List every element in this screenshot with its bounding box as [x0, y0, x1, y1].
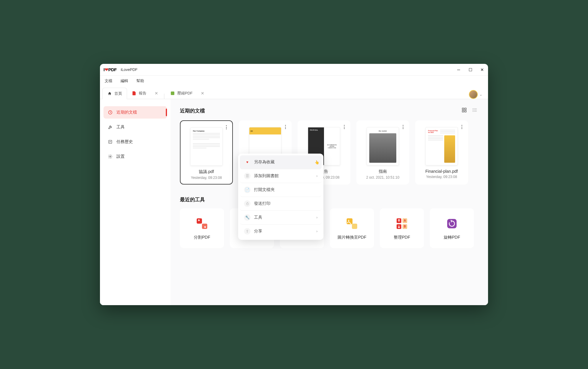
menu-help[interactable]: 幫助: [136, 78, 144, 84]
tool-split[interactable]: 分割PDF: [180, 208, 224, 248]
document-date: 2 oct. 2021, 10:51:10: [361, 175, 405, 179]
maximize-button[interactable]: ☐: [468, 67, 473, 72]
recent-documents: ⋮ Our Company 協議.pdf Yesterday, 09:23:08…: [180, 120, 479, 184]
tool-label: 圖片轉換至PDF: [338, 235, 366, 240]
document-name: 協議.pdf: [185, 169, 228, 174]
list-view-icon[interactable]: [471, 106, 479, 115]
printer-icon: ⎙: [244, 200, 250, 207]
svg-rect-28: [447, 219, 457, 228]
section-title: 最近的工具: [180, 196, 205, 203]
svg-rect-0: [171, 92, 174, 95]
more-icon[interactable]: ⋮: [401, 124, 405, 130]
menu-file[interactable]: 文檔: [105, 78, 112, 84]
section-header: 最近的工具: [180, 196, 479, 203]
svg-point-11: [473, 109, 473, 109]
context-library[interactable]: ☰ 添加到圖書館 ›: [240, 169, 322, 183]
tool-organize[interactable]: AB 整理PDF: [380, 208, 424, 248]
split-icon: [195, 217, 209, 231]
more-icon[interactable]: ⋮: [460, 124, 464, 130]
sidebar-item-history[interactable]: 任務歷史: [103, 136, 167, 148]
context-item-label: 添加到圖書館: [254, 173, 279, 179]
sidebar: 近期的文檔 工具 任務歷史 設置: [100, 99, 171, 305]
document-card[interactable]: ⋮ Our Company 協議.pdf Yesterday, 09:23:08: [180, 120, 233, 184]
context-favorite[interactable]: ♥ 另存為收藏 👆: [240, 155, 322, 169]
clock-icon: [108, 110, 113, 115]
context-item-label: 分享: [254, 229, 262, 234]
svg-rect-4: [462, 108, 464, 109]
minimize-button[interactable]: ─: [456, 67, 461, 72]
svg-rect-5: [465, 108, 466, 109]
sidebar-item-recent[interactable]: 近期的文檔: [103, 106, 167, 119]
menu-edit[interactable]: 編輯: [121, 78, 128, 84]
sidebar-item-label: 近期的文檔: [116, 110, 137, 115]
context-tools[interactable]: 🔧 工具 ›: [240, 211, 322, 225]
heart-icon: ♥: [244, 159, 250, 165]
menubar: 文檔 編輯 幫助: [100, 76, 488, 86]
tool-label: 分割PDF: [194, 235, 210, 240]
document-thumbnail: the reader: [367, 127, 399, 165]
sidebar-item-label: 工具: [116, 124, 125, 130]
section-title: 近期的文檔: [180, 107, 205, 114]
titlebar: I❤PDF iLovePDF ─ ☐ ✕: [100, 64, 488, 76]
document-card[interactable]: ⋮ the reader 指南 2 oct. 2021, 10:51:10: [356, 120, 409, 184]
tab-separator: [164, 94, 164, 99]
tab-compress[interactable]: 壓縮PDF ✕: [166, 88, 209, 99]
tab-home[interactable]: 首頁: [102, 88, 127, 99]
context-menu: ♥ 另存為收藏 👆 ☰ 添加到圖書館 › 📄 打開文檔夾 ⎙ 發送打印 🔧 工具…: [238, 154, 323, 240]
library-icon: ☰: [244, 173, 250, 179]
tool-label: 整理PDF: [394, 235, 410, 240]
more-icon[interactable]: ⋮: [224, 124, 229, 130]
tool-image-to-pdf[interactable]: 圖片轉換至PDF: [330, 208, 374, 248]
more-icon[interactable]: ⋮: [283, 124, 288, 130]
tab-label: 壓縮PDF: [177, 91, 193, 96]
svg-point-13: [473, 111, 473, 112]
tab-report[interactable]: 報告 ✕: [127, 88, 163, 99]
document-date: Yesterday, 09:23:08: [420, 175, 464, 179]
compress-icon: [170, 91, 175, 96]
more-icon[interactable]: ⋮: [342, 124, 347, 130]
view-toggle: [460, 106, 479, 115]
context-item-label: 打開文檔夾: [254, 187, 275, 192]
document-thumbnail: Our Company: [190, 127, 223, 166]
context-item-label: 發送打印: [254, 201, 270, 206]
close-icon[interactable]: ✕: [201, 91, 204, 96]
svg-point-12: [473, 110, 473, 110]
svg-point-3: [110, 156, 111, 157]
context-open-folder[interactable]: 📄 打開文檔夾: [240, 183, 322, 197]
context-share[interactable]: ⇪ 分享 ›: [240, 225, 322, 238]
tab-label: 報告: [139, 91, 146, 96]
sidebar-item-label: 設置: [116, 154, 125, 159]
tool-rotate[interactable]: 旋轉PDF: [430, 208, 474, 248]
close-icon[interactable]: ✕: [155, 91, 158, 96]
document-date: Yesterday, 09:23:08: [185, 176, 228, 180]
svg-rect-2: [109, 140, 112, 144]
cursor-icon: 👆: [315, 160, 319, 164]
main-content: 近期的文檔 ⋮ Our Company: [171, 99, 488, 305]
window-controls: ─ ☐ ✕: [456, 67, 485, 72]
history-icon: [108, 139, 113, 144]
folder-icon: 📄: [244, 187, 250, 193]
gear-icon: [108, 154, 113, 159]
image-icon: [345, 217, 359, 231]
sidebar-item-tools[interactable]: 工具: [103, 121, 167, 133]
home-icon: [107, 91, 112, 96]
app-name: iLovePDF: [121, 67, 138, 72]
avatar: [469, 90, 478, 99]
sidebar-item-settings[interactable]: 設置: [103, 150, 167, 163]
section-header: 近期的文檔: [180, 106, 479, 115]
svg-point-20: [348, 220, 349, 221]
chevron-right-icon: ›: [316, 174, 318, 178]
grid-view-icon[interactable]: [460, 106, 468, 115]
document-card[interactable]: ⋮ Financial Plan for 2022 Financial-plan…: [415, 120, 468, 184]
tab-label: 首頁: [114, 91, 122, 96]
pdf-file-icon: [132, 91, 136, 96]
document-name: 指南: [361, 169, 405, 174]
context-print[interactable]: ⎙ 發送打印: [240, 197, 322, 211]
user-menu[interactable]: ⌄: [469, 90, 486, 99]
close-button[interactable]: ✕: [480, 67, 485, 72]
share-icon: ⇪: [244, 228, 250, 235]
wrench-icon: 🔧: [244, 214, 250, 221]
document-name: Financial-plan.pdf: [420, 169, 464, 174]
organize-icon: AB: [395, 217, 409, 231]
chevron-right-icon: ›: [316, 215, 318, 220]
